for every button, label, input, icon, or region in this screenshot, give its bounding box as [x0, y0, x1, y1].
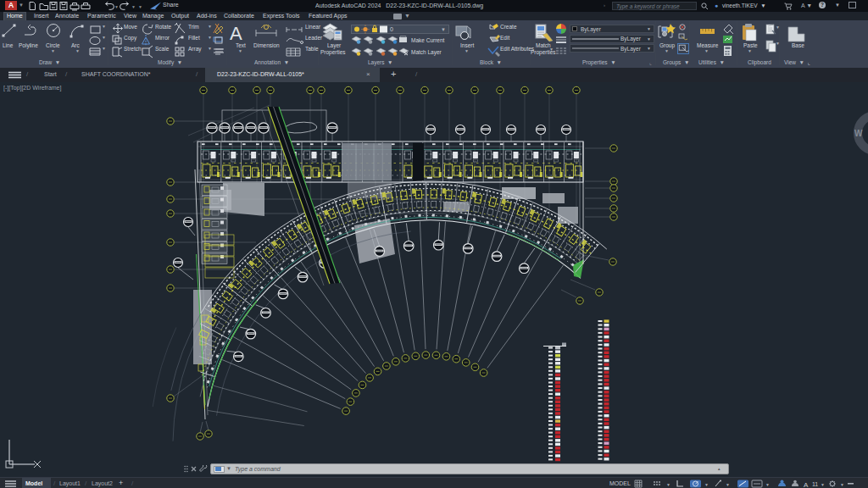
svg-text:▼: ▼ — [131, 4, 136, 9]
svg-text:▼: ▼ — [441, 27, 446, 32]
svg-text:▼: ▼ — [114, 4, 119, 9]
svg-text:[-][Top][2D Wireframe]: [-][Top][2D Wireframe] — [3, 85, 62, 92]
svg-text:▼: ▼ — [765, 482, 770, 487]
svg-text:A: A — [804, 481, 809, 488]
svg-text:▼: ▼ — [704, 482, 709, 487]
svg-text:▼: ▼ — [821, 482, 825, 487]
svg-text:▼: ▼ — [840, 482, 844, 487]
svg-text:A: A — [230, 23, 242, 44]
svg-text:▼: ▼ — [666, 482, 670, 487]
svg-text:▼: ▼ — [138, 4, 142, 9]
svg-text:0: 0 — [390, 26, 393, 32]
svg-text:11: 11 — [812, 481, 818, 487]
svg-text:W: W — [854, 129, 863, 138]
svg-text:▼: ▼ — [726, 482, 730, 487]
